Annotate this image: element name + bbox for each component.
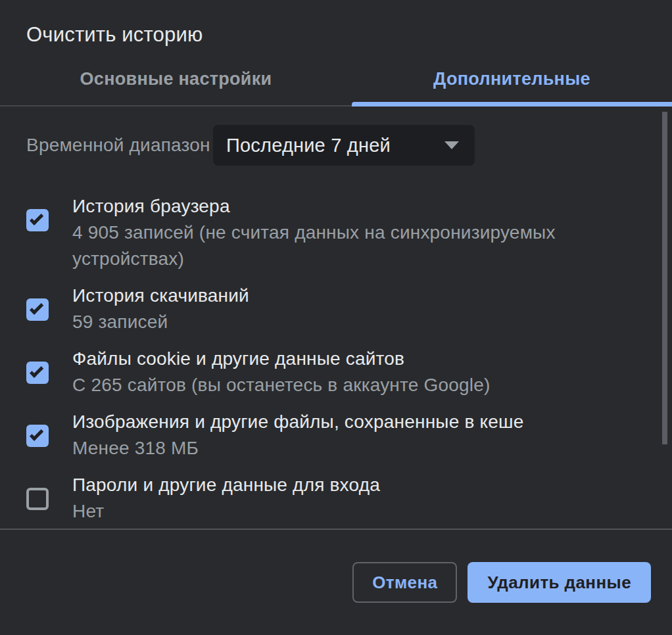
list-item-cached-files: Изображения и другие файлы, сохраненные … xyxy=(26,409,646,461)
row-subtitle: Менее 318 МБ xyxy=(72,435,523,461)
checkmark-icon xyxy=(30,301,43,315)
list-item-download-history: История скачиваний 59 записей xyxy=(26,283,646,335)
row-subtitle: Нет xyxy=(72,498,380,525)
tab-basic-settings[interactable]: Основные настройки xyxy=(0,53,352,105)
cancel-button[interactable]: Отмена xyxy=(352,562,457,603)
time-range-row: Временной диапазон Последние 7 дней xyxy=(26,125,646,166)
tab-basic-label: Основные настройки xyxy=(80,69,272,89)
cookies-checkbox[interactable] xyxy=(26,362,49,384)
row-subtitle: С 265 сайтов (вы останетесь в аккаунте G… xyxy=(72,372,491,398)
row-text: История скачиваний 59 записей xyxy=(72,283,249,335)
data-type-list: История браузера 4 905 записей (не счита… xyxy=(26,193,646,529)
dialog-content: Временной диапазон Последние 7 дней Исто… xyxy=(0,106,672,529)
checkmark-icon xyxy=(30,212,43,225)
list-item-browsing-history: История браузера 4 905 записей (не счита… xyxy=(26,193,646,272)
tab-advanced-label: Дополнительные xyxy=(433,69,590,89)
passwords-checkbox[interactable] xyxy=(26,488,49,510)
row-subtitle: 4 905 записей (не считая данных на синхр… xyxy=(72,220,646,272)
dropdown-arrow-icon xyxy=(444,141,459,149)
row-title: Файлы cookie и другие данные сайтов xyxy=(72,346,491,372)
time-range-select[interactable]: Последние 7 дней xyxy=(213,125,475,166)
browsing-history-checkbox[interactable] xyxy=(26,209,49,231)
row-text: История браузера 4 905 записей (не счита… xyxy=(72,193,646,272)
download-history-checkbox[interactable] xyxy=(26,298,49,321)
checkmark-icon xyxy=(30,364,43,378)
delete-data-button[interactable]: Удалить данные xyxy=(468,562,651,603)
checkmark-icon xyxy=(30,427,43,441)
time-range-label: Временной диапазон xyxy=(26,135,213,156)
row-subtitle: 59 записей xyxy=(72,309,249,335)
row-text: Изображения и другие файлы, сохраненные … xyxy=(72,409,523,461)
row-title: История скачиваний xyxy=(72,283,249,309)
dialog-header: Очистить историю xyxy=(0,0,672,46)
row-title: Изображения и другие файлы, сохраненные … xyxy=(72,409,523,435)
row-text: Файлы cookie и другие данные сайтов С 26… xyxy=(72,346,491,398)
list-item-cookies: Файлы cookie и другие данные сайтов С 26… xyxy=(26,346,646,398)
scrollbar[interactable] xyxy=(662,112,667,444)
dialog-title: Очистить историю xyxy=(26,24,646,46)
tab-advanced[interactable]: Дополнительные xyxy=(352,53,672,105)
row-title: История браузера xyxy=(72,193,646,220)
dialog-footer: Отмена Удалить данные xyxy=(0,529,672,635)
clear-browsing-data-dialog: Очистить историю Основные настройки Допо… xyxy=(0,0,672,635)
time-range-selected-value: Последние 7 дней xyxy=(226,135,391,156)
row-title: Пароли и другие данные для входа xyxy=(72,472,380,498)
tab-bar: Основные настройки Дополнительные xyxy=(0,46,672,106)
cached-files-checkbox[interactable] xyxy=(26,425,49,447)
row-text: Пароли и другие данные для входа Нет xyxy=(72,472,380,525)
active-tab-indicator xyxy=(352,102,672,106)
list-item-passwords: Пароли и другие данные для входа Нет xyxy=(26,472,646,525)
